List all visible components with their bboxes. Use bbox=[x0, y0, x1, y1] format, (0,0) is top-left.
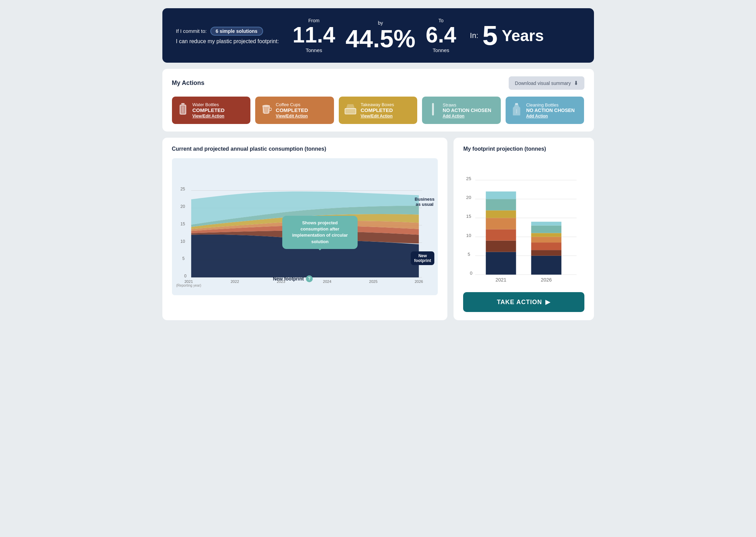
svg-rect-48 bbox=[486, 210, 516, 218]
projection-card: My footprint projection (tonnes) 0 5 10 … bbox=[454, 138, 594, 320]
action-item-coffee-cups[interactable]: Coffee Cups COMPLETED View/Edit Action bbox=[255, 97, 334, 124]
question-icon[interactable]: ? bbox=[306, 275, 313, 282]
svg-rect-50 bbox=[486, 191, 516, 199]
svg-text:(Reporting year): (Reporting year) bbox=[176, 284, 201, 287]
header-left: If I commit to: 6 simple solutions I can… bbox=[176, 27, 279, 45]
svg-rect-6 bbox=[345, 109, 356, 114]
svg-text:20: 20 bbox=[180, 204, 185, 209]
svg-text:2021: 2021 bbox=[184, 279, 193, 284]
chart-title: Current and projected annual plastic con… bbox=[172, 146, 438, 152]
header-banner: If I commit to: 6 simple solutions I can… bbox=[162, 8, 594, 63]
svg-rect-52 bbox=[531, 250, 561, 256]
svg-rect-44 bbox=[486, 252, 516, 275]
new-footprint-text: New footprint bbox=[273, 276, 304, 282]
takeaway-boxes-name: Takeaway Boxes bbox=[361, 102, 394, 107]
years-value: 5 bbox=[482, 22, 498, 49]
from-stat: From 11.4 Tonnes bbox=[293, 18, 335, 53]
action-items-list: Water Bottles COMPLETED View/Edit Action bbox=[172, 97, 584, 124]
takeaway-boxes-link[interactable]: View/Edit Action bbox=[361, 114, 394, 118]
svg-rect-57 bbox=[531, 222, 561, 225]
svg-rect-11 bbox=[515, 103, 518, 105]
dashboard: If I commit to: 6 simple solutions I can… bbox=[162, 8, 594, 320]
cleaning-bottles-info: Cleaning Bottles No Action Chosen Add Ac… bbox=[526, 102, 575, 118]
new-footprint-label: New footprint ? bbox=[273, 275, 313, 282]
take-action-label: TAKE ACTION bbox=[497, 299, 542, 306]
svg-text:2024: 2024 bbox=[323, 279, 331, 284]
cleaning-bottles-link[interactable]: Add Action bbox=[526, 114, 575, 118]
svg-text:0: 0 bbox=[470, 271, 472, 276]
svg-text:20: 20 bbox=[466, 195, 471, 200]
years-label: Years bbox=[502, 26, 544, 45]
coffee-cup-icon bbox=[261, 103, 272, 118]
svg-text:2025: 2025 bbox=[369, 279, 377, 284]
from-sub: Tonnes bbox=[306, 47, 322, 53]
cleaning-bottles-name: Cleaning Bottles bbox=[526, 102, 575, 108]
svg-point-5 bbox=[263, 105, 270, 107]
svg-rect-56 bbox=[531, 225, 561, 233]
actions-title: My Actions bbox=[172, 79, 205, 87]
chart-card: Current and projected annual plastic con… bbox=[162, 138, 448, 320]
take-action-arrow: ▶ bbox=[545, 298, 550, 306]
takeaway-box-icon bbox=[344, 104, 357, 117]
water-bottles-info: Water Bottles COMPLETED View/Edit Action bbox=[193, 102, 225, 118]
coffee-cups-info: Coffee Cups COMPLETED View/Edit Action bbox=[276, 102, 308, 118]
water-bottles-link[interactable]: View/Edit Action bbox=[193, 114, 225, 118]
svg-text:0: 0 bbox=[184, 274, 186, 278]
svg-text:10: 10 bbox=[466, 233, 471, 238]
chart-area: 0 5 10 15 20 25 bbox=[172, 158, 438, 295]
by-value: 44.5% bbox=[346, 26, 416, 51]
bar-chart-area: 0 5 10 15 20 25 bbox=[463, 158, 584, 287]
actions-header: My Actions Download visual summary ⬇ bbox=[172, 76, 584, 90]
svg-text:2022: 2022 bbox=[231, 279, 239, 284]
by-stat: by 44.5% bbox=[346, 20, 416, 51]
svg-rect-49 bbox=[486, 199, 516, 210]
takeaway-boxes-info: Takeaway Boxes COMPLETED View/Edit Actio… bbox=[361, 102, 394, 118]
coffee-cups-link[interactable]: View/Edit Action bbox=[276, 114, 308, 118]
svg-text:5: 5 bbox=[468, 252, 470, 257]
svg-rect-9 bbox=[432, 103, 434, 115]
cleaning-bottles-status: No Action Chosen bbox=[526, 108, 575, 113]
take-action-button[interactable]: TAKE ACTION ▶ bbox=[463, 292, 584, 312]
takeaway-boxes-status: COMPLETED bbox=[361, 107, 394, 113]
straw-icon bbox=[427, 103, 438, 118]
svg-rect-45 bbox=[486, 241, 516, 252]
svg-rect-47 bbox=[486, 218, 516, 229]
svg-text:25: 25 bbox=[180, 187, 185, 191]
svg-text:2026: 2026 bbox=[541, 277, 552, 283]
download-button[interactable]: Download visual summary ⬇ bbox=[509, 76, 584, 90]
bau-label: Businessas usual bbox=[415, 197, 435, 207]
new-footprint-box: Newfootprint bbox=[411, 251, 434, 265]
in-years: In: 5 Years bbox=[470, 22, 544, 49]
commit-text: If I commit to: bbox=[176, 28, 207, 34]
svg-text:2026: 2026 bbox=[414, 279, 423, 284]
svg-text:15: 15 bbox=[466, 214, 471, 219]
svg-text:10: 10 bbox=[180, 239, 185, 244]
action-item-water-bottles[interactable]: Water Bottles COMPLETED View/Edit Action bbox=[172, 97, 251, 124]
water-bottles-name: Water Bottles bbox=[193, 102, 225, 107]
bau-text: Businessas usual bbox=[415, 197, 435, 207]
svg-text:2021: 2021 bbox=[496, 277, 507, 283]
to-sub: Tonnes bbox=[433, 47, 449, 53]
tooltip-text: Shows projected consumption after implem… bbox=[292, 220, 348, 244]
action-item-cleaning-bottles[interactable]: Cleaning Bottles No Action Chosen Add Ac… bbox=[506, 97, 584, 124]
svg-rect-51 bbox=[531, 256, 561, 275]
action-item-takeaway-boxes[interactable]: Takeaway Boxes COMPLETED View/Edit Actio… bbox=[339, 97, 418, 124]
header-stats: From 11.4 Tonnes by 44.5% To 6.4 Tonnes … bbox=[293, 18, 580, 53]
download-label: Download visual summary bbox=[515, 80, 571, 86]
chart-tooltip: Shows projected consumption after implem… bbox=[282, 216, 358, 249]
in-label: In: bbox=[470, 31, 478, 40]
to-stat: To 6.4 Tonnes bbox=[426, 18, 456, 53]
from-value: 11.4 bbox=[293, 24, 335, 46]
water-bottles-status: COMPLETED bbox=[193, 107, 225, 113]
solutions-badge: 6 simple solutions bbox=[210, 27, 263, 36]
svg-rect-46 bbox=[486, 229, 516, 240]
svg-rect-53 bbox=[531, 242, 561, 250]
straws-link[interactable]: Add Action bbox=[443, 114, 491, 118]
download-icon: ⬇ bbox=[574, 80, 578, 86]
svg-text:15: 15 bbox=[180, 222, 185, 226]
bar-chart-svg: 0 5 10 15 20 25 bbox=[463, 158, 584, 287]
to-value: 6.4 bbox=[426, 24, 456, 46]
reduce-line: I can reduce my plastic projected footpr… bbox=[176, 38, 279, 45]
action-item-straws[interactable]: Straws No Action Chosen Add Action bbox=[422, 97, 501, 124]
svg-rect-54 bbox=[531, 237, 561, 243]
